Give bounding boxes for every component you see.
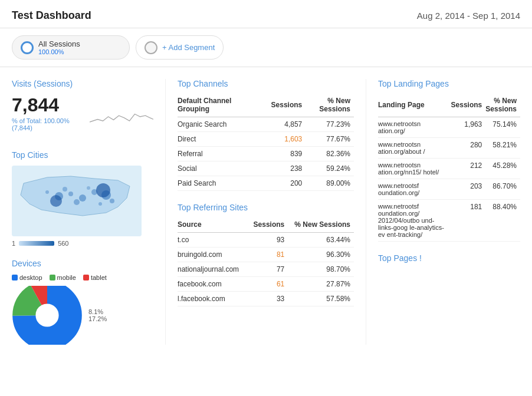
- top-referring-table: Source Sessions % New Sessions t.co 93 6…: [178, 218, 354, 306]
- table-row: www.netrootsf oundation.org/ 203 86.70%: [378, 179, 520, 200]
- referring-sessions: 77: [249, 262, 288, 277]
- segment-info: All Sessions 100.00%: [38, 39, 80, 55]
- legend-desktop: desktop: [12, 274, 42, 281]
- map-legend: 1 560: [12, 240, 153, 247]
- top-pages-section: Top Pages !: [378, 253, 520, 263]
- main-content: Visits (Sessions) 7,844 % of Total: 100.…: [0, 67, 532, 357]
- referring-sessions: 81: [249, 248, 288, 262]
- map-legend-min: 1: [12, 240, 15, 247]
- landing-pct: 86.70%: [485, 179, 520, 200]
- channel-pct: 89.00%: [306, 176, 354, 191]
- segment-name: All Sessions: [38, 39, 80, 48]
- channel-sessions: 1,603: [258, 132, 306, 147]
- tablet-label: tablet: [91, 274, 107, 281]
- tablet-dot: [83, 275, 89, 280]
- tablet-pct-label: 8.1%: [88, 308, 107, 315]
- table-row: www.netrootsn ation.org/ 1,963 75.14%: [378, 117, 520, 138]
- visits-section: Visits (Sessions) 7,844 % of Total: 100.…: [12, 79, 153, 138]
- referring-col-pct: % New Sessions: [288, 218, 354, 233]
- landing-sessions: 203: [451, 179, 486, 200]
- channels-col-sessions: Sessions: [258, 94, 306, 117]
- pie-row: 8.1% 17.2%: [12, 286, 153, 345]
- channel-name: Social: [178, 161, 258, 176]
- channel-name: Direct: [178, 132, 258, 147]
- channel-sessions: 839: [258, 147, 306, 161]
- referring-source: t.co: [178, 233, 249, 248]
- visits-title: Visits (Sessions): [12, 79, 153, 88]
- channel-pct: 77.23%: [306, 117, 354, 132]
- us-map-svg: [12, 166, 142, 236]
- channel-sessions: 238: [258, 161, 306, 176]
- segment-circle-icon: [21, 41, 34, 54]
- top-pages-title: Top Pages !: [378, 253, 520, 263]
- table-row: Direct 1,603 77.67%: [178, 132, 354, 147]
- channel-pct: 77.67%: [306, 132, 354, 147]
- visits-sub: % of Total: 100.00% (7,844): [12, 117, 84, 131]
- svg-point-9: [74, 199, 80, 205]
- add-segment-circle-icon: [145, 41, 157, 54]
- cities-map: [12, 166, 142, 236]
- landing-page: www.netrootsn ation.org/nn15/ hotel/: [378, 159, 451, 179]
- landing-pct: 58.21%: [485, 138, 520, 159]
- top-cities-title: Top Cities: [12, 150, 153, 160]
- top-channels-title: Top Channels: [178, 79, 354, 88]
- visits-sub-text: % of Total:: [12, 117, 42, 124]
- channel-pct: 59.24%: [306, 161, 354, 176]
- landing-header-row: Landing Page Sessions % NewSessions: [378, 94, 520, 117]
- referring-pct: 57.58%: [288, 292, 354, 306]
- svg-point-11: [87, 186, 90, 190]
- map-legend-max: 560: [58, 240, 68, 247]
- legend-tablet: tablet: [83, 274, 107, 281]
- referring-sessions: 61: [249, 277, 288, 292]
- landing-pct: 75.14%: [485, 117, 520, 138]
- channels-col-pct: % NewSessions: [306, 94, 354, 117]
- sparkline-chart: [90, 105, 153, 128]
- landing-pct: 88.40%: [485, 200, 520, 242]
- landing-col-sessions: Sessions: [451, 94, 486, 117]
- segment-percentage: 100.00%: [38, 48, 80, 55]
- landing-sessions: 1,963: [451, 117, 486, 138]
- date-range: Aug 2, 2014 - Sep 1, 2014: [417, 11, 520, 21]
- devices-section: Devices desktop mobile tablet: [12, 259, 153, 345]
- table-row: Referral 839 82.36%: [178, 147, 354, 161]
- channel-pct: 82.36%: [306, 147, 354, 161]
- mobile-dot: [50, 275, 55, 280]
- svg-point-4: [68, 192, 73, 196]
- add-segment-button[interactable]: + Add Segment: [136, 35, 224, 60]
- visits-row: 7,844 % of Total: 100.00% (7,844): [12, 94, 153, 138]
- top-landing-table: Landing Page Sessions % NewSessions www.…: [378, 94, 520, 242]
- visits-value-block: 7,844 % of Total: 100.00% (7,844): [12, 94, 84, 138]
- left-panel: Visits (Sessions) 7,844 % of Total: 100.…: [12, 79, 165, 345]
- all-sessions-segment[interactable]: All Sessions 100.00%: [12, 35, 130, 60]
- table-row: nationaljournal.com 77 98.70%: [178, 262, 354, 277]
- right-panel: Top Landing Pages Landing Page Sessions …: [366, 79, 520, 345]
- svg-point-16: [24, 292, 70, 338]
- add-segment-label: + Add Segment: [162, 43, 215, 52]
- table-row: l.facebook.com 33 57.58%: [178, 292, 354, 306]
- top-channels-table: Default ChannelGrouping Sessions % NewSe…: [178, 94, 354, 191]
- landing-pct: 45.28%: [485, 159, 520, 179]
- svg-point-3: [79, 194, 86, 202]
- landing-page: www.netrootsf oundation.org/: [378, 179, 451, 200]
- referring-pct: 27.87%: [288, 277, 354, 292]
- referring-pct: 63.44%: [288, 233, 354, 248]
- top-channels-section: Top Channels Default ChannelGrouping Ses…: [178, 79, 354, 191]
- landing-sessions: 212: [451, 159, 486, 179]
- channel-name: Organic Search: [178, 117, 258, 132]
- table-row: Paid Search 200 89.00%: [178, 176, 354, 191]
- devices-legend: desktop mobile tablet: [12, 274, 153, 281]
- landing-page: www.netrootsn ation.org/: [378, 117, 451, 138]
- referring-source: nationaljournal.com: [178, 262, 249, 277]
- header: Test Dashboard Aug 2, 2014 - Sep 1, 2014: [0, 0, 532, 28]
- channels-col-channel: Default ChannelGrouping: [178, 94, 258, 117]
- top-referring-section: Top Referring Sites Source Sessions % Ne…: [178, 203, 354, 306]
- channels-header-row: Default ChannelGrouping Sessions % NewSe…: [178, 94, 354, 117]
- table-row: www.netrootsn ation.org/nn15/ hotel/ 212…: [378, 159, 520, 179]
- referring-source: l.facebook.com: [178, 292, 249, 306]
- landing-sessions: 181: [451, 200, 486, 242]
- desktop-dot: [12, 275, 18, 280]
- referring-col-source: Source: [178, 218, 249, 233]
- referring-source: bruingold.com: [178, 248, 249, 262]
- landing-col-pct: % NewSessions: [485, 94, 520, 117]
- channel-sessions: 4,857: [258, 117, 306, 132]
